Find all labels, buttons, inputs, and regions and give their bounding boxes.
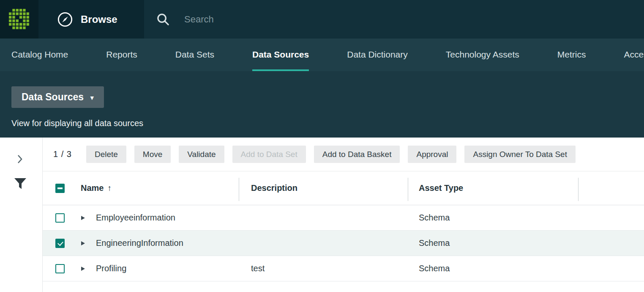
- top-bar: Browse: [0, 0, 644, 39]
- table-empty-space: [43, 281, 644, 292]
- search-bar[interactable]: [144, 0, 644, 39]
- validate-button[interactable]: Validate: [179, 146, 224, 163]
- compass-icon: [57, 11, 73, 28]
- toolbar: 1 / 3 Delete Move Validate Add to Data S…: [43, 138, 644, 171]
- filter-funnel-icon: [14, 178, 27, 190]
- tab-data-sets[interactable]: Data Sets: [175, 39, 214, 71]
- row-checkbox[interactable]: [55, 264, 65, 273]
- page-title: Data Sources: [22, 91, 84, 103]
- browse-menu[interactable]: Browse: [38, 0, 144, 39]
- delete-button[interactable]: Delete: [86, 146, 126, 163]
- cell-extra: [579, 256, 644, 281]
- header-cell-description: Description: [239, 171, 408, 205]
- cell-name: Employeeinformation: [43, 205, 239, 230]
- tab-reports[interactable]: Reports: [106, 39, 137, 71]
- filter-button[interactable]: [14, 178, 27, 191]
- cell-description: [239, 231, 408, 256]
- tab-data-sources[interactable]: Data Sources: [252, 39, 309, 71]
- tab-access[interactable]: Access: [624, 39, 644, 71]
- tab-catalog-home[interactable]: Catalog Home: [11, 39, 68, 71]
- expand-row-icon[interactable]: [81, 241, 85, 245]
- select-all-checkbox[interactable]: [55, 184, 65, 193]
- search-input[interactable]: [184, 14, 644, 25]
- table-row: Profiling test Schema: [43, 256, 644, 281]
- view-description: View for displaying all data sources: [11, 118, 644, 128]
- main-content: 1 / 3 Delete Move Validate Add to Data S…: [0, 138, 644, 292]
- move-button[interactable]: Move: [134, 146, 171, 163]
- row-name[interactable]: Employeeinformation: [96, 213, 175, 223]
- app-logo[interactable]: [0, 0, 38, 39]
- expand-row-icon[interactable]: [81, 267, 85, 271]
- browse-label: Browse: [81, 14, 117, 25]
- table-row: Employeeinformation Schema: [43, 205, 644, 231]
- header-cell-asset-type: Asset Type: [408, 171, 579, 205]
- cell-name: EngineeringInformation: [43, 231, 239, 256]
- add-to-data-set-button: Add to Data Set: [232, 146, 306, 163]
- row-checkbox[interactable]: [55, 213, 65, 223]
- expand-row-icon[interactable]: [81, 216, 85, 220]
- row-name[interactable]: EngineeringInformation: [96, 238, 183, 248]
- tab-data-dictionary[interactable]: Data Dictionary: [347, 39, 408, 71]
- tab-technology-assets[interactable]: Technology Assets: [446, 39, 519, 71]
- cell-extra: [579, 205, 644, 230]
- table-header: Name ↑ Description Asset Type: [43, 171, 644, 205]
- left-rail: [0, 138, 42, 292]
- table-row: EngineeringInformation Schema: [43, 231, 644, 256]
- cell-asset-type: Schema: [408, 231, 579, 256]
- page-header: Data Sources ▾ View for displaying all d…: [0, 71, 644, 138]
- chevron-down-icon: ▾: [90, 93, 94, 102]
- logo-icon: [9, 9, 30, 30]
- cell-asset-type: Schema: [408, 256, 579, 281]
- cell-description: test: [239, 256, 408, 281]
- expand-panel-button[interactable]: [17, 154, 23, 166]
- sort-ascending-icon: ↑: [107, 184, 112, 193]
- column-header-asset-type[interactable]: Asset Type: [419, 183, 463, 193]
- row-checkbox[interactable]: [55, 239, 65, 248]
- row-name[interactable]: Profiling: [96, 264, 126, 273]
- main-nav: Catalog Home Reports Data Sets Data Sour…: [0, 39, 644, 71]
- header-cell-name: Name ↑: [43, 171, 239, 205]
- pagination: 1 / 3: [53, 149, 72, 159]
- cell-description: [239, 205, 408, 230]
- header-cell-extra: [579, 171, 644, 205]
- column-header-name[interactable]: Name: [81, 183, 104, 193]
- table-panel: 1 / 3 Delete Move Validate Add to Data S…: [42, 138, 644, 292]
- chevron-right-icon: [17, 154, 23, 164]
- approval-button[interactable]: Approval: [408, 146, 456, 163]
- cell-name: Profiling: [43, 256, 239, 281]
- view-selector-dropdown[interactable]: Data Sources ▾: [11, 86, 104, 108]
- assign-owner-button[interactable]: Assign Owner To Data Set: [464, 146, 575, 163]
- tab-metrics[interactable]: Metrics: [557, 39, 586, 71]
- column-header-description[interactable]: Description: [251, 183, 297, 193]
- cell-extra: [579, 231, 644, 256]
- cell-asset-type: Schema: [408, 205, 579, 230]
- search-icon: [156, 12, 170, 26]
- add-to-data-basket-button[interactable]: Add to Data Basket: [314, 146, 400, 163]
